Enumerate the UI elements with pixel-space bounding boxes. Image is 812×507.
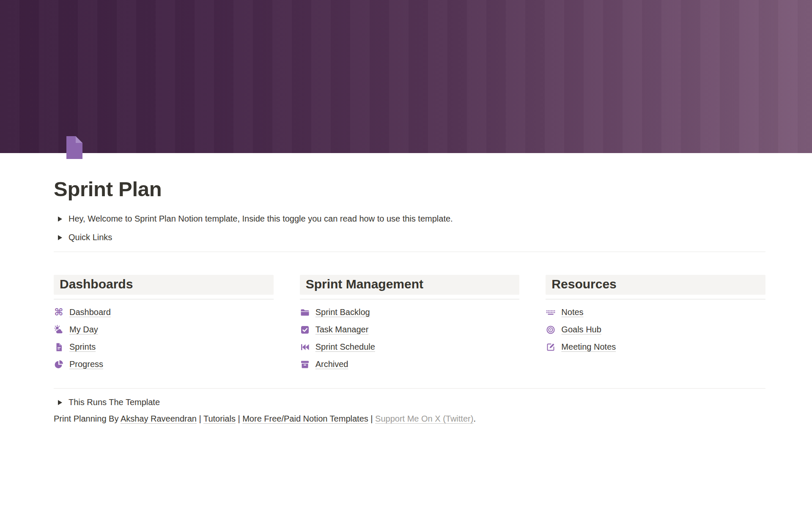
column-rule [300, 299, 520, 299]
toggle-list: Hey, Welcome to Sprint Plan Notion templ… [54, 212, 765, 245]
page-link-label: Progress [69, 359, 103, 369]
sun-cloud-icon [54, 325, 64, 335]
column-header-resources: Resources [546, 275, 765, 295]
page-link-label: Archived [315, 359, 348, 369]
toggle-welcome-label: Hey, Welcome to Sprint Plan Notion templ… [69, 214, 453, 224]
folder-icon [300, 307, 310, 318]
column-dashboards: Dashboards ⌘ Dashboard [54, 275, 274, 375]
footer-link-author[interactable]: Akshay Raveendran [121, 414, 197, 423]
toggle-runs-label: This Runs The Template [69, 397, 160, 407]
pie-chart-icon [54, 359, 64, 370]
page-link-sprint-schedule[interactable]: Sprint Schedule [300, 341, 520, 354]
column-rule [54, 299, 274, 299]
document-icon [54, 342, 64, 352]
page-link-task-manager[interactable]: Task Manager [300, 323, 520, 336]
page-link-label: Sprints [69, 342, 96, 352]
archive-icon [300, 359, 310, 370]
column-header-dashboards: Dashboards [54, 275, 274, 295]
page-link-label: My Day [69, 325, 98, 334]
link-columns: Dashboards ⌘ Dashboard [54, 275, 765, 375]
rewind-icon [300, 342, 310, 352]
page-cover [0, 0, 812, 153]
page-link-sprint-backlog[interactable]: Sprint Backlog [300, 306, 520, 319]
toggle-triangle-icon [58, 217, 62, 222]
divider [54, 388, 765, 389]
keyboard-icon [546, 307, 556, 318]
toggle-this-runs-the-template[interactable]: This Runs The Template [54, 395, 765, 410]
page-link-label: Sprint Schedule [315, 342, 375, 352]
page-icon-document[interactable] [61, 134, 88, 161]
toggle-triangle-icon [58, 400, 62, 405]
footer-credits: Print Planning By Akshay Raveendran | Tu… [54, 414, 765, 424]
page-link-label: Sprint Backlog [315, 307, 370, 317]
page-link-label: Meeting Notes [561, 342, 616, 352]
footer-separator: | [368, 414, 375, 423]
target-icon [546, 325, 556, 335]
page-link-progress[interactable]: Progress [54, 358, 274, 371]
toggle-list-bottom: This Runs The Template [54, 395, 765, 410]
command-icon: ⌘ [54, 307, 64, 318]
page-link-sprints[interactable]: Sprints [54, 341, 274, 354]
column-resources: Resources [546, 275, 765, 375]
page-link-label: Notes [561, 307, 583, 317]
column-rule [546, 299, 765, 299]
page-link-meeting-notes[interactable]: Meeting Notes [546, 341, 765, 354]
page-link-notes[interactable]: Notes [546, 306, 765, 319]
column-sprint-management: Sprint Management Sprint Backlog [300, 275, 520, 375]
page-link-goals-hub[interactable]: Goals Hub [546, 323, 765, 336]
divider [54, 252, 765, 252]
page-link-label: Dashboard [69, 307, 111, 317]
footer-link-templates[interactable]: More Free/Paid Notion Templates [242, 414, 368, 423]
footer-text: . [473, 414, 476, 423]
footer-link-twitter[interactable]: Support Me On X (Twitter) [375, 414, 473, 423]
toggle-quick-links-label: Quick Links [69, 233, 112, 242]
footer-text: Print Planning By [54, 414, 121, 423]
toggle-triangle-icon [58, 235, 62, 240]
page-link-label: Goals Hub [561, 325, 601, 334]
checkbox-icon [300, 325, 310, 335]
page-link-dashboard[interactable]: ⌘ Dashboard [54, 306, 274, 319]
page-link-my-day[interactable]: My Day [54, 323, 274, 336]
page-link-archived[interactable]: Archived [300, 358, 520, 371]
edit-icon [546, 342, 556, 352]
page-link-label: Task Manager [315, 325, 369, 334]
page-title: Sprint Plan [54, 177, 765, 202]
footer-separator: | [197, 414, 203, 423]
footer-separator: | [236, 414, 242, 423]
toggle-welcome[interactable]: Hey, Welcome to Sprint Plan Notion templ… [54, 212, 765, 226]
column-header-sprint-management: Sprint Management [300, 275, 520, 295]
toggle-quick-links[interactable]: Quick Links [54, 230, 765, 245]
page-content: Sprint Plan Hey, Welcome to Sprint Plan … [0, 134, 812, 424]
footer-link-tutorials[interactable]: Tutorials [203, 414, 236, 423]
